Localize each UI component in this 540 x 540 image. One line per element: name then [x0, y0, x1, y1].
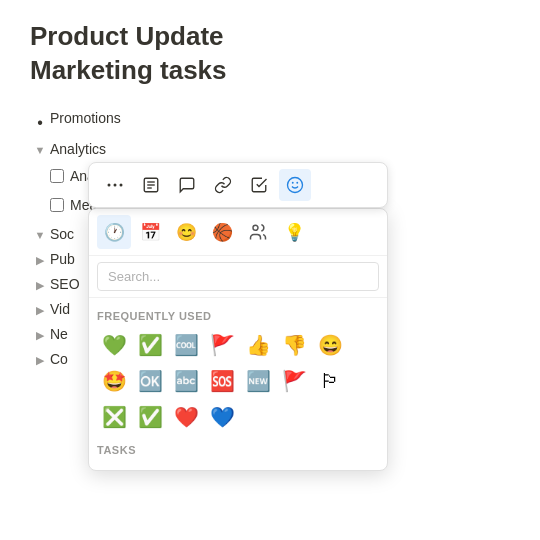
category-people[interactable]: [241, 215, 275, 249]
category-sports[interactable]: 🏀: [205, 215, 239, 249]
section-title-frequently: Frequently Used: [97, 310, 379, 322]
emoji-star-eyes[interactable]: 🤩: [97, 364, 131, 398]
item-label: Vid: [50, 299, 70, 320]
emoji-blue-heart[interactable]: 💙: [205, 400, 239, 434]
item-label: Analytics: [50, 139, 106, 160]
emoji-picker: 🕐 📅 😊 🏀 💡 Frequently Used 💚 ✅ 🆒 🚩 👍 👎: [88, 208, 388, 471]
task-checkbox[interactable]: [50, 198, 64, 212]
item-label: Soc: [50, 224, 74, 245]
toggle-icon[interactable]: [30, 249, 50, 269]
emoji-sos[interactable]: 🆘: [205, 364, 239, 398]
emoji-red-flag[interactable]: 🚩: [277, 364, 311, 398]
emoji-button[interactable]: [279, 169, 311, 201]
emoji-checkmark[interactable]: ✅: [133, 328, 167, 362]
emoji-search-input[interactable]: [97, 262, 379, 291]
item-label: Co: [50, 349, 68, 370]
text-button[interactable]: [135, 169, 167, 201]
bullet-icon: [30, 108, 50, 135]
page-title: Product Update Marketing tasks: [30, 20, 510, 88]
toggle-icon[interactable]: [30, 139, 50, 159]
emoji-check2[interactable]: ✅: [133, 400, 167, 434]
emoji-thumbsdown[interactable]: 👎: [277, 328, 311, 362]
link-button[interactable]: [207, 169, 239, 201]
svg-point-1: [114, 184, 117, 187]
svg-point-2: [120, 184, 123, 187]
emoji-cool[interactable]: 🆒: [169, 328, 203, 362]
emoji-search-wrap: [89, 256, 387, 298]
format-toolbar: [88, 162, 388, 208]
emoji-category-tabs: 🕐 📅 😊 🏀 💡: [89, 209, 387, 256]
svg-point-10: [253, 225, 258, 230]
toggle-icon[interactable]: [30, 224, 50, 244]
toggle-icon[interactable]: [30, 324, 50, 344]
list-item: Analytics: [30, 137, 510, 162]
item-label: SEO: [50, 274, 80, 295]
category-recent[interactable]: 🕐: [97, 215, 131, 249]
emoji-white-flag[interactable]: 🏳: [313, 364, 347, 398]
emoji-red-heart[interactable]: ❤️: [169, 400, 203, 434]
emoji-body: Frequently Used 💚 ✅ 🆒 🚩 👍 👎 😄 🤩 🆗 🔤 🆘 🆕 …: [89, 298, 387, 470]
list-item: Promotions: [30, 106, 510, 137]
emoji-grid-frequently: 💚 ✅ 🆒 🚩 👍 👎 😄 🤩 🆗 🔤 🆘 🆕 🚩 🏳 ❎ ✅ ❤️ 💙: [97, 328, 379, 434]
section-title-tasks: Tasks: [97, 444, 379, 456]
toggle-icon[interactable]: [30, 299, 50, 319]
emoji-cross-mark[interactable]: ❎: [97, 400, 131, 434]
category-calendar[interactable]: 📅: [133, 215, 167, 249]
item-label: Pub: [50, 249, 75, 270]
emoji-ok[interactable]: 🆗: [133, 364, 167, 398]
svg-point-7: [288, 178, 303, 193]
toggle-icon[interactable]: [30, 274, 50, 294]
comment-button[interactable]: [171, 169, 203, 201]
category-objects[interactable]: 💡: [277, 215, 311, 249]
toggle-icon[interactable]: [30, 349, 50, 369]
emoji-abc[interactable]: 🔤: [169, 364, 203, 398]
emoji-new[interactable]: 🆕: [241, 364, 275, 398]
svg-point-0: [108, 184, 111, 187]
emoji-green-heart[interactable]: 💚: [97, 328, 131, 362]
category-faces[interactable]: 😊: [169, 215, 203, 249]
item-label: Promotions: [50, 108, 121, 129]
emoji-thumbsup[interactable]: 👍: [241, 328, 275, 362]
item-label: Ne: [50, 324, 68, 345]
check-button[interactable]: [243, 169, 275, 201]
task-checkbox[interactable]: [50, 169, 64, 183]
more-button[interactable]: [99, 169, 131, 201]
emoji-flag[interactable]: 🚩: [205, 328, 239, 362]
emoji-grinning[interactable]: 😄: [313, 328, 347, 362]
